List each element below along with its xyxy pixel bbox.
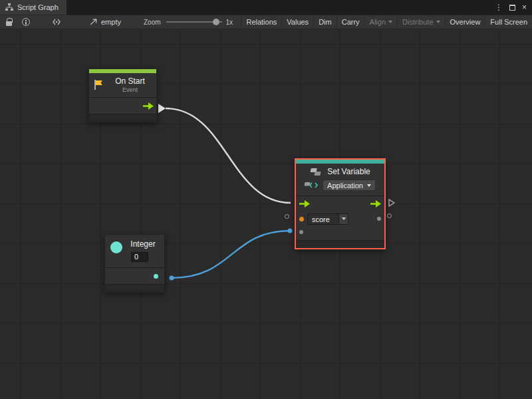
inspector-button[interactable]: [49, 15, 64, 29]
variable-name-combo[interactable]: score: [307, 213, 348, 225]
caret-down-icon: [342, 217, 346, 220]
inspector-icon: [52, 18, 61, 26]
set-variable-scope-row: Application: [296, 178, 384, 196]
caret-down-icon: [436, 21, 440, 23]
integer-footer: [105, 284, 164, 292]
maximize-icon[interactable]: [509, 5, 515, 11]
tab-title: Script Graph: [17, 3, 59, 11]
node-integer[interactable]: Integer 0: [104, 234, 165, 293]
window-controls: ⋮ ×: [495, 0, 532, 15]
combo-dropdown-button[interactable]: [338, 214, 348, 224]
node-title: Integer: [127, 239, 159, 249]
values-button[interactable]: Values: [281, 15, 313, 29]
graph-canvas[interactable]: On Start Event Set Variable: [0, 29, 532, 399]
integer-titles: Integer 0: [127, 239, 159, 262]
set-variable-icon: [305, 181, 319, 190]
flow-connection-wire[interactable]: [166, 108, 291, 203]
value-connection-wire[interactable]: [172, 231, 290, 278]
node-title: On Start: [108, 76, 152, 86]
flow-arrow-icon[interactable]: [143, 102, 154, 110]
flow-out-port-triangle[interactable]: [158, 104, 166, 113]
toolbar: empty Zoom 1x Relations Values Dim Carry…: [0, 15, 532, 29]
integer-port-row: [105, 268, 164, 284]
flow-in-arrow-icon[interactable]: [299, 200, 310, 207]
on-start-flow-row: [89, 98, 156, 114]
zoom-slider-handle[interactable]: [213, 19, 219, 25]
graph-name-label: empty: [101, 18, 121, 26]
graph-pointer-icon: [89, 18, 98, 26]
variable-out-port[interactable]: [377, 217, 381, 221]
lock-icon: [6, 21, 12, 26]
node-on-start[interactable]: On Start Event: [88, 68, 157, 122]
carry-button[interactable]: Carry: [336, 15, 364, 29]
flow-out-hollow-triangle-port[interactable]: [388, 199, 395, 207]
close-icon[interactable]: ×: [522, 3, 527, 12]
menu-icon[interactable]: ⋮: [495, 3, 503, 12]
script-graph-window: Script Graph ⋮ × empty: [0, 0, 532, 399]
zoom-value: 1x: [226, 19, 233, 26]
node-subtitle: Event: [108, 86, 152, 93]
toolbar-buttons: Relations Values Dim Carry Align Distrib…: [241, 15, 532, 29]
integer-header: Integer 0: [105, 235, 164, 267]
integer-out-port[interactable]: [154, 274, 158, 279]
caret-down-icon: [367, 184, 371, 187]
value-in-port[interactable]: [299, 230, 303, 234]
variable-name-row: score: [296, 211, 384, 227]
zoom-slider[interactable]: [166, 15, 222, 29]
flow-out-arrow-icon[interactable]: [370, 200, 381, 207]
graph-breadcrumb[interactable]: empty: [89, 18, 121, 26]
variables-icon: [310, 168, 323, 176]
overview-button[interactable]: Overview: [445, 15, 485, 29]
tab-script-graph[interactable]: Script Graph: [0, 0, 66, 15]
relations-button[interactable]: Relations: [241, 15, 281, 29]
on-start-footer: [89, 114, 156, 122]
variable-out-hollow-port[interactable]: [387, 213, 392, 218]
scope-dropdown-value: Application: [327, 182, 363, 190]
variable-name-hollow-port[interactable]: [285, 214, 289, 219]
graph-icon: [5, 3, 13, 11]
lock-button[interactable]: [1, 15, 16, 29]
value-input-row: [296, 227, 384, 240]
scope-dropdown[interactable]: Application: [323, 180, 376, 191]
flag-icon: [93, 79, 104, 90]
info-icon: [22, 18, 30, 26]
integer-value-field[interactable]: 0: [131, 252, 148, 262]
variable-name-value: score: [308, 214, 338, 224]
value-wire-start-dot[interactable]: [170, 276, 174, 281]
variable-name-port[interactable]: [299, 217, 304, 221]
set-variable-footer: [296, 240, 384, 248]
node-set-variable[interactable]: Set Variable Application: [295, 158, 386, 249]
caret-down-icon: [388, 21, 392, 23]
on-start-titles: On Start Event: [108, 76, 152, 93]
titlebar: Script Graph ⋮ ×: [0, 0, 532, 15]
on-start-header: On Start Event: [89, 73, 156, 97]
node-title: Set Variable: [327, 167, 370, 176]
integer-circle-icon: [110, 241, 122, 253]
distribute-button[interactable]: Distribute: [397, 15, 444, 29]
dim-button[interactable]: Dim: [313, 15, 336, 29]
info-button[interactable]: [19, 15, 33, 29]
connection-wires: [0, 29, 532, 399]
fullscreen-button[interactable]: Full Screen: [485, 15, 532, 29]
value-wire-end-dot[interactable]: [288, 229, 293, 233]
set-variable-flow-row: [296, 196, 384, 211]
set-variable-header: Set Variable: [296, 164, 384, 178]
align-button[interactable]: Align: [364, 15, 397, 29]
zoom-label: Zoom: [144, 19, 161, 26]
